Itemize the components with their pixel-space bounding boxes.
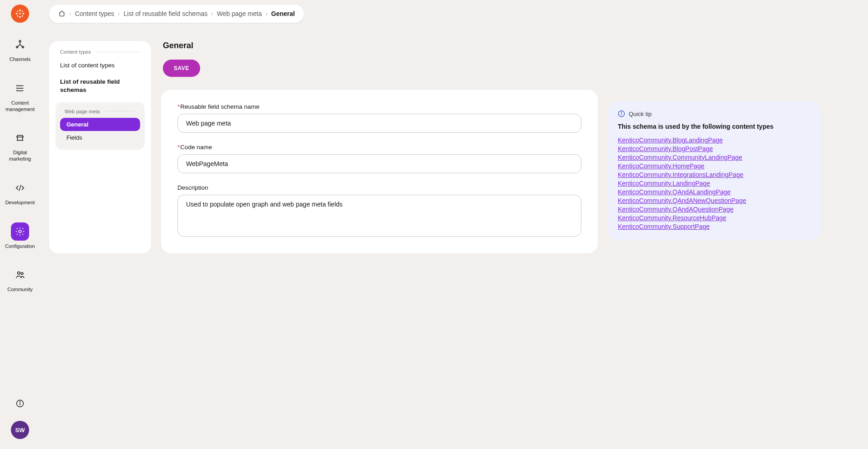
tip-header-text: Quick tip (629, 111, 652, 117)
nav-label: Content management (4, 100, 36, 113)
digital-marketing-icon (11, 129, 29, 147)
chevron-right-icon: › (118, 10, 120, 17)
content-type-link[interactable]: KenticoCommunity.BlogLandingPage (618, 136, 811, 144)
content-type-link[interactable]: KenticoCommunity.LandingPage (618, 180, 811, 187)
nav-label: Configuration (3, 243, 36, 250)
content-type-link[interactable]: KenticoCommunity.SupportPage (618, 223, 811, 230)
svg-point-13 (18, 272, 20, 275)
content-type-link[interactable]: KenticoCommunity.QAndANewQuestionPage (618, 197, 811, 204)
nav-label: Channels (8, 56, 32, 63)
info-icon (618, 110, 625, 117)
side-sub-panel: Web page meta General Fields (56, 102, 145, 150)
sub-panel-label: Web page meta (60, 109, 140, 118)
user-avatar[interactable]: SW (11, 421, 29, 439)
nav-label: Digital marketing (7, 150, 33, 162)
svg-point-6 (22, 10, 23, 12)
quick-tip-panel: Quick tip This schema is used by the fol… (608, 101, 821, 240)
nav-item-channels[interactable]: Channels (0, 35, 40, 63)
breadcrumb-current: General (271, 10, 295, 17)
svg-point-17 (20, 402, 20, 402)
chevron-right-icon: › (69, 10, 71, 17)
community-icon (11, 266, 29, 284)
svg-point-14 (21, 272, 23, 275)
svg-point-0 (19, 13, 21, 15)
nav-item-digital-marketing[interactable]: Digital marketing (0, 129, 40, 162)
nav-label: Community (5, 287, 35, 293)
side-panel: Content types List of content types List… (49, 41, 151, 253)
breadcrumb-link[interactable]: Content types (75, 10, 114, 17)
channels-icon (11, 35, 29, 54)
home-icon[interactable] (58, 10, 66, 17)
breadcrumb-link[interactable]: List of reusable field schemas (124, 10, 207, 17)
nav-item-development[interactable]: Development (0, 179, 40, 206)
content-type-link[interactable]: KenticoCommunity.CommunityLandingPage (618, 154, 811, 161)
breadcrumb: › Content types › List of reusable field… (49, 5, 304, 23)
schema-name-input[interactable] (177, 114, 581, 133)
nav-item-configuration[interactable]: Configuration (0, 222, 40, 250)
breadcrumb-link[interactable]: Web page meta (217, 10, 262, 17)
nav-item-community[interactable]: Community (0, 266, 40, 293)
svg-point-12 (19, 230, 21, 233)
svg-point-3 (16, 13, 18, 15)
form-card: *Reusable field schema name *Code name D… (161, 90, 598, 253)
logo-icon (15, 9, 25, 19)
content-type-link[interactable]: KenticoCommunity.BlogPostPage (618, 145, 811, 152)
content-type-link[interactable]: KenticoCommunity.HomePage (618, 162, 811, 170)
code-name-label: *Code name (177, 144, 581, 151)
svg-point-7 (17, 15, 18, 17)
description-label: Description (177, 184, 581, 191)
app-logo[interactable] (11, 5, 29, 23)
code-name-input[interactable] (177, 154, 581, 173)
description-input[interactable] (177, 195, 581, 237)
content-type-link[interactable]: KenticoCommunity.ResourceHubPage (618, 214, 811, 222)
svg-point-8 (22, 15, 23, 17)
info-icon (16, 399, 24, 408)
configuration-icon (11, 222, 29, 241)
info-button[interactable] (13, 396, 27, 411)
schema-name-label: *Reusable field schema name (177, 103, 581, 110)
svg-point-2 (19, 16, 21, 18)
svg-point-1 (19, 10, 21, 11)
left-nav: Channels Content management Digital mark… (0, 0, 40, 449)
save-button[interactable]: SAVE (163, 60, 200, 77)
content-type-link[interactable]: KenticoCommunity.QAndALandingPage (618, 188, 811, 196)
sub-item-fields[interactable]: Fields (60, 131, 140, 144)
side-section-label: Content types (56, 49, 145, 55)
svg-point-5 (17, 10, 18, 12)
chevron-right-icon: › (265, 10, 267, 17)
side-item-list-content-types[interactable]: List of content types (56, 58, 145, 73)
schema-name-label-text: Reusable field schema name (180, 103, 259, 110)
content-management-icon (11, 79, 29, 97)
sub-item-general[interactable]: General (60, 118, 140, 131)
development-icon (11, 179, 29, 197)
nav-label: Development (4, 200, 37, 206)
tip-title: This schema is used by the following con… (618, 123, 811, 130)
svg-point-4 (23, 13, 25, 15)
nav-item-content-management[interactable]: Content management (0, 79, 40, 113)
chevron-right-icon: › (211, 10, 213, 17)
page-title: General (163, 41, 598, 50)
code-name-label-text: Code name (180, 144, 212, 151)
svg-point-9 (19, 40, 21, 42)
side-item-list-reusable-schemas[interactable]: List of reusable field schemas (56, 75, 145, 97)
content-type-link[interactable]: KenticoCommunity.IntegrationsLandingPage (618, 171, 811, 178)
svg-point-20 (621, 112, 621, 112)
tip-links: KenticoCommunity.BlogLandingPage Kentico… (618, 136, 811, 230)
content-type-link[interactable]: KenticoCommunity.QAndAQuestionPage (618, 206, 811, 213)
